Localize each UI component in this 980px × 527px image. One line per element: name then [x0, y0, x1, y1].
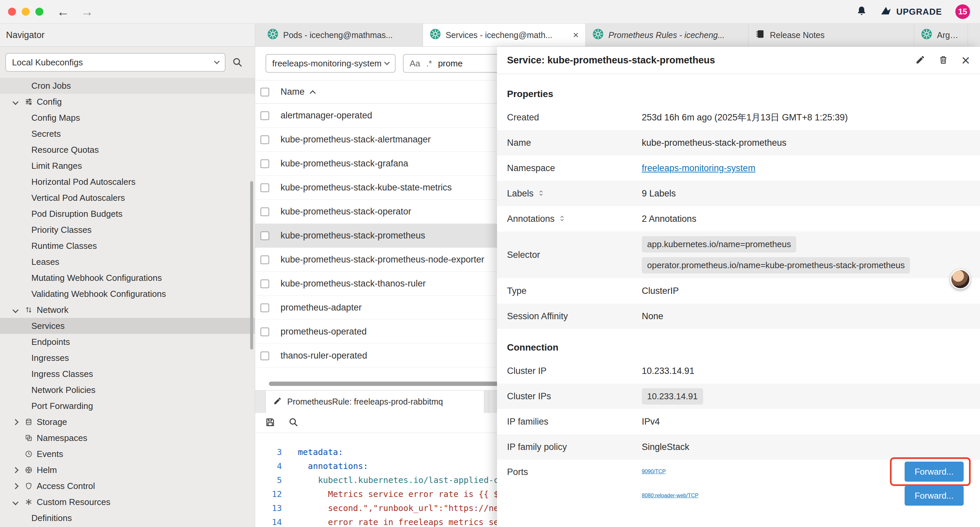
sidebar-item-network-policies[interactable]: Network Policies [0, 382, 255, 398]
row-checkbox[interactable] [261, 328, 269, 336]
expand-unfold-icon[interactable] [559, 214, 565, 224]
window-titlebar: ← → UPGRADE 15 [0, 0, 980, 24]
row-checkbox[interactable] [261, 159, 269, 168]
sidebar-item-ingress-classes[interactable]: Ingress Classes [0, 366, 255, 382]
sidebar-item-leases[interactable]: Leases [0, 254, 255, 270]
sidebar-item-pod-disruption-budgets[interactable]: Pod Disruption Budgets [0, 206, 255, 222]
expand-unfold-icon[interactable] [538, 188, 544, 199]
tab-label: Pods - icecheng@mathmas... [283, 30, 393, 40]
tab-argo[interactable]: Argo S... [914, 24, 968, 46]
line-number: 13 [255, 503, 282, 513]
kubernetes-cluster-icon [267, 29, 278, 42]
sidebar-scrollbar[interactable] [250, 181, 253, 350]
zoom-window-button[interactable] [35, 8, 43, 16]
close-tab-icon[interactable]: × [568, 29, 579, 41]
forward-button[interactable]: → [81, 5, 94, 19]
dock-tab-prometheusrule[interactable]: PrometheusRule: freeleaps-prod-rabbitmq [266, 390, 484, 413]
row-checkbox[interactable] [261, 231, 269, 240]
service-details-drawer: Service: kube-prometheus-stack-prometheu… [497, 47, 980, 527]
back-button[interactable]: ← [57, 5, 69, 19]
user-avatar[interactable] [950, 269, 970, 289]
property-row-selector: Selector app.kubernetes.io/name=promethe… [497, 231, 980, 278]
property-row-labels: Labels 9 Labels [497, 181, 980, 206]
code-line: annotations: [282, 461, 368, 471]
row-checkbox[interactable] [261, 280, 269, 288]
sidebar-item-validating-webhook-configurations[interactable]: Validating Webhook Configurations [0, 286, 255, 302]
forward-port-button[interactable]: Forward... [905, 462, 964, 482]
close-window-button[interactable] [8, 8, 16, 16]
sidebar-item-runtime-classes[interactable]: Runtime Classes [0, 238, 255, 254]
delete-trash-icon[interactable] [939, 55, 948, 66]
storage-icon [25, 418, 37, 426]
minimize-window-button[interactable] [22, 8, 30, 16]
sidebar-item-ingresses[interactable]: Ingresses [0, 350, 255, 366]
sidebar-item-secrets[interactable]: Secrets [0, 126, 255, 142]
save-icon[interactable] [265, 417, 275, 428]
kubeconfig-selector[interactable]: Local Kubeconfigs [5, 53, 226, 72]
row-checkbox[interactable] [261, 183, 269, 192]
editor-search-icon[interactable] [288, 417, 299, 428]
drawer-header: Service: kube-prometheus-stack-prometheu… [497, 47, 980, 74]
app-window: ← → UPGRADE 15 Navigator Pods - icecheng… [0, 0, 980, 527]
drawer-title: Service: kube-prometheus-stack-prometheu… [507, 55, 715, 66]
sidebar-item-custom-resources[interactable]: Custom Resources [0, 494, 255, 510]
port-link-9090[interactable]: 9090/TCP [642, 469, 666, 474]
line-number: 3 [255, 447, 282, 457]
tab-pods[interactable]: Pods - icecheng@mathmas... [261, 24, 423, 46]
sidebar-item-horizontal-pod-autoscalers[interactable]: Horizontal Pod Autoscalers [0, 174, 255, 190]
sidebar-item-services[interactable]: Services [0, 318, 255, 334]
sidebar-item-resource-quotas[interactable]: Resource Quotas [0, 142, 255, 158]
sidebar-item-namespaces[interactable]: Namespaces [0, 430, 255, 446]
tab-prometheus-rules[interactable]: Prometheus Rules - icecheng... [586, 24, 749, 46]
tab-label: Prometheus Rules - icecheng... [608, 30, 725, 40]
sidebar-item-priority-classes[interactable]: Priority Classes [0, 222, 255, 238]
row-checkbox[interactable] [261, 255, 269, 264]
tab-label: Services - icecheng@math... [445, 30, 552, 40]
select-all-checkbox[interactable] [261, 88, 269, 96]
events-clock-icon [25, 450, 37, 458]
sidebar-item-port-forwarding[interactable]: Port Forwarding [0, 398, 255, 414]
namespace-filter-dropdown[interactable]: freeleaps-monitoring-system [266, 54, 396, 73]
sidebar-item-definitions[interactable]: Definitions [0, 510, 255, 526]
upgrade-button[interactable]: UPGRADE [880, 5, 942, 19]
match-case-toggle[interactable]: Aa [410, 58, 420, 69]
tab-services[interactable]: Services - icecheng@math... × [423, 24, 586, 46]
cluster-ip-chip: 10.233.14.91 [642, 388, 703, 404]
sidebar-search-icon[interactable] [232, 57, 243, 68]
regex-toggle[interactable]: .* [426, 58, 432, 69]
selector-chip: app.kubernetes.io/name=prometheus [642, 236, 796, 253]
port-link-8080-reloader-web[interactable]: 8080:reloader-web/TCP [642, 493, 698, 498]
row-checkbox[interactable] [261, 135, 269, 144]
sidebar-item-cron-jobs[interactable]: Cron Jobs [0, 78, 255, 94]
sidebar-item-endpoints[interactable]: Endpoints [0, 334, 255, 350]
tab-release-notes[interactable]: Release Notes [749, 24, 914, 46]
sidebar-item-mutating-webhook-configurations[interactable]: Mutating Webhook Configurations [0, 270, 255, 286]
upgrade-label: UPGRADE [896, 7, 942, 17]
notification-count-badge[interactable]: 15 [955, 4, 970, 19]
dock-tab-label: PrometheusRule: freeleaps-prod-rabbitmq [287, 397, 443, 407]
connection-row-ip-family-policy: IP family policy SingleStack [497, 434, 980, 460]
code-line: metadata: [282, 447, 343, 457]
edit-pencil-icon[interactable] [915, 55, 925, 66]
notifications-bell-icon[interactable] [856, 6, 867, 18]
sidebar-item-helm[interactable]: Helm [0, 462, 255, 478]
row-checkbox[interactable] [261, 304, 269, 312]
sidebar-item-config-maps[interactable]: Config Maps [0, 110, 255, 126]
forward-port-button[interactable]: Forward... [905, 486, 964, 506]
access-control-shield-icon [25, 482, 37, 490]
sidebar-item-access-control[interactable]: Access Control [0, 478, 255, 494]
navigator-label: Navigator [6, 30, 45, 40]
row-checkbox[interactable] [261, 111, 269, 120]
sidebar-item-events[interactable]: Events [0, 446, 255, 462]
close-drawer-icon[interactable]: × [961, 53, 970, 68]
row-checkbox[interactable] [261, 207, 269, 216]
sidebar-item-storage[interactable]: Storage [0, 414, 255, 430]
row-checkbox[interactable] [261, 352, 269, 360]
name-column-header[interactable]: Name [280, 87, 315, 97]
line-number: 14 [255, 517, 282, 527]
sidebar-item-limit-ranges[interactable]: Limit Ranges [0, 158, 255, 174]
sidebar-item-config[interactable]: Config [0, 94, 255, 110]
sidebar-item-vertical-pod-autoscalers[interactable]: Vertical Pod Autoscalers [0, 190, 255, 206]
namespace-link[interactable]: freeleaps-monitoring-system [642, 163, 756, 173]
sidebar-item-network[interactable]: Network [0, 302, 255, 318]
